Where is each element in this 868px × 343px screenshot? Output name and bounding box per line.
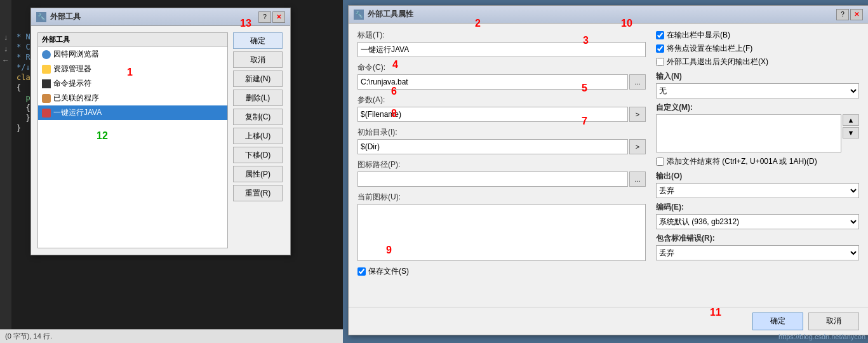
args-row: 参数(A): > [357,95,646,122]
command-row: 命令(C): ... [357,62,646,90]
define-up-button[interactable]: ▲ [843,114,859,126]
args-browse-button[interactable]: > [629,107,646,122]
dialog2-cancel-button[interactable]: 取消 [808,313,859,330]
savefile-checkbox[interactable] [357,267,366,276]
showinoutput-label: 在输出栏中显示(B) [667,30,730,41]
tool-item-cmd-label: 命令提示符 [53,78,91,89]
tool-item-browser-label: 因特网浏览器 [53,49,99,60]
output-select[interactable]: 丢弃 [656,183,859,198]
delete-button[interactable]: 删除(L) [233,90,283,106]
input-section-label: 输入(N) [656,71,859,82]
showinoutput-row: 在输出栏中显示(B) [656,30,859,41]
dialog1-close-button[interactable]: ✕ [272,11,285,23]
dialog2-ok-button[interactable]: 确定 [752,313,803,330]
define-textarea[interactable] [656,114,841,152]
command-browse-button[interactable]: ... [629,74,646,90]
down-button[interactable]: 下移(D) [233,147,283,163]
editor-gutter: ↓ ↓ ← [0,0,11,343]
dialog1-titlebar: 🔧 外部工具 ? ✕ [31,8,290,26]
args-input-row: > [357,107,646,122]
closeoutput-label: 外部工具退出后关闭输出栏(X) [667,57,768,67]
dialog2-help-button[interactable]: ? [836,9,849,20]
up-button[interactable]: 上移(U) [233,128,283,144]
command-input-row: ... [357,74,646,90]
define-btns: ▲ ▼ [843,114,859,152]
workdir-label: 初始目录(I): [357,127,646,138]
dialog1-body: 外部工具 因特网浏览器 资源管理器 命令提示符 已关联的程序 [31,26,290,255]
tool-item-java[interactable]: 一键运行JAVA [38,105,227,120]
dialog1-help-button[interactable]: ? [258,11,271,23]
tool-item-explorer[interactable]: 资源管理器 [38,62,227,76]
args-label: 参数(A): [357,95,646,105]
dialog2-title-buttons: ? ✕ [836,9,863,20]
iconpath-row: 图标路径(P): ... [357,159,646,187]
dialog2-body: 标题(T): 命令(C): ... 参数(A): > 初始目录(I): [349,24,868,307]
tool-item-linked[interactable]: 已关联的程序 [38,91,227,105]
reset-button[interactable]: 重置(R) [233,185,283,201]
define-down-button[interactable]: ▼ [843,127,859,138]
input-select[interactable]: 无 [656,83,859,98]
savefile-row: 保存文件(S) [357,266,646,277]
iconpath-input[interactable] [357,172,628,187]
tool-item-linked-label: 已关联的程序 [53,93,99,104]
title-row: 标题(T): [357,30,646,57]
dialog2-title: 外部工具属性 [368,9,413,20]
includestderr-select[interactable]: 丢弃 [656,245,859,260]
command-input[interactable] [357,74,628,90]
args-input[interactable] [357,107,628,122]
encoding-section-label: 编码(E): [656,202,859,213]
arrow-down-2: ↓ [4,43,8,55]
new-button[interactable]: 新建(N) [233,71,283,87]
closeoutput-row: 外部工具退出后关闭输出栏(X) [656,57,859,67]
closeoutput-checkbox[interactable] [656,58,664,66]
icon-area [357,204,646,261]
iconpath-browse-button[interactable]: ... [629,172,646,187]
dialog1-icon: 🔧 [36,12,46,22]
status-text: (0 字节), 14 行. [5,332,52,341]
cancel-button[interactable]: 取消 [233,51,283,68]
dialog2-footer: 确定 取消 [349,307,868,335]
tool-properties-dialog: 🔧 外部工具属性 ? ✕ 标题(T): 命令(C): ... 参数(A): [348,5,868,335]
savefile-checkbox-row: 保存文件(S) [357,266,646,277]
focusoutput-checkbox[interactable] [656,44,664,53]
iconpath-label: 图标路径(P): [357,159,646,170]
ok-button[interactable]: 确定 [233,32,283,49]
workdir-input-row: > [357,139,646,154]
addeof-label: 添加文件结束符 (Ctrl+Z, U+001A 或 1AH)(D) [667,156,817,167]
dialog2-right: 在输出栏中显示(B) 将焦点设置在输出栏上(F) 外部工具退出后关闭输出栏(X)… [656,30,859,300]
tool-item-cmd[interactable]: 命令提示符 [38,76,227,91]
arrow-left: ← [2,55,10,66]
dialog1-title-buttons: ? ✕ [258,11,285,23]
folder-icon [42,65,51,74]
external-tools-dialog: 🔧 外部工具 ? ✕ 外部工具 因特网浏览器 资源管理器 命令提示符 [30,8,291,255]
encoding-select[interactable]: 系统默认 (936, gb2312) [656,214,859,229]
workdir-browse-button[interactable]: > [629,139,646,154]
addeof-checkbox[interactable] [656,158,664,166]
browser-icon [42,50,51,59]
output-section-label: 输出(O) [656,171,859,182]
focusoutput-row: 将焦点设置在输出栏上(F) [656,43,859,54]
showinoutput-checkbox[interactable] [656,31,664,39]
addeof-row: 添加文件结束符 (Ctrl+Z, U+001A 或 1AH)(D) [656,156,859,167]
workdir-input[interactable] [357,139,628,154]
dialog2-titlebar: 🔧 外部工具属性 ? ✕ [349,6,868,24]
dialog1-title: 外部工具 [50,11,81,22]
cmd-icon [42,79,51,88]
props-button[interactable]: 属性(P) [233,166,283,182]
tool-item-browser[interactable]: 因特网浏览器 [38,47,227,62]
link-icon [42,94,51,103]
define-textarea-row: ▲ ▼ [656,114,859,152]
title-input[interactable] [357,42,646,57]
java-icon [42,109,51,118]
dialog2-close-button[interactable]: ✕ [850,9,863,20]
dialog1-buttons: 确定 取消 新建(N) 删除(L) 复制(C) 上移(U) 下移(D) 属性(P… [233,32,284,248]
focusoutput-label: 将焦点设置在输出栏上(F) [667,43,752,54]
define-section-label: 自定义(M): [656,102,859,113]
arrow-down-1: ↓ [4,32,8,43]
tool-item-java-label: 一键运行JAVA [53,107,102,118]
status-bar: (0 字节), 14 行. [0,329,343,343]
tool-list-header: 外部工具 [38,33,227,47]
workdir-row: 初始目录(I): > [357,127,646,154]
dialog2-left: 标题(T): 命令(C): ... 参数(A): > 初始目录(I): [357,30,646,300]
copy-button[interactable]: 复制(C) [233,109,283,125]
